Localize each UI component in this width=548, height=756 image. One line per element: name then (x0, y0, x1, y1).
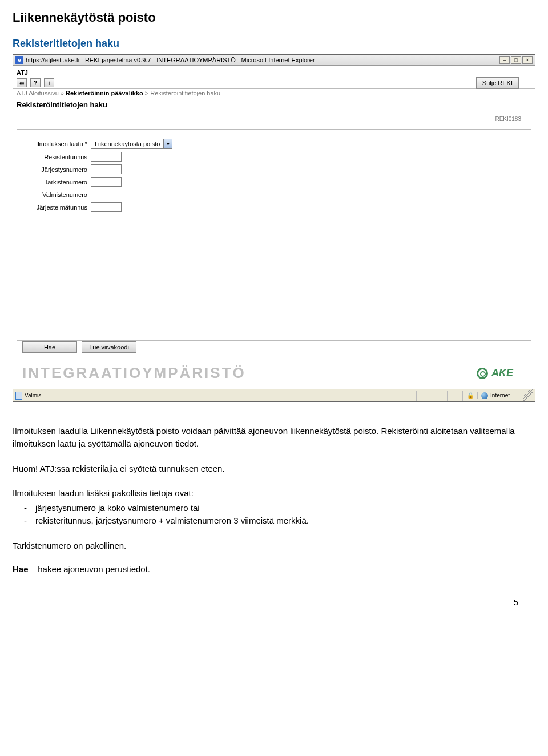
page-code: REKI0183 (495, 116, 521, 122)
ake-logo: AKE (477, 367, 513, 379)
ie-title-text: https://atjtesti.ake.fi - REKI-järjestel… (26, 57, 315, 63)
doc-list-intro: Ilmoituksen laadun lisäksi pakollisia ti… (13, 487, 535, 500)
window-minimize-button[interactable]: – (499, 56, 510, 64)
ilmoituksen-laatu-value: Liikennekäytöstä poisto (91, 140, 163, 147)
ie-title-bar: e https://atjtesti.ake.fi - REKI-järjest… (13, 55, 535, 66)
jarjestelmatunnus-label: Järjestelmätunnus (20, 204, 87, 211)
doc-heading-2: Rekisteritietojen haku (13, 38, 535, 50)
breadcrumb-2[interactable]: Rekisteröinnin päävalikko (66, 90, 143, 96)
chevron-down-icon: ▼ (163, 139, 172, 148)
status-left: Valmis (15, 392, 41, 400)
rekisteritunnus-label: Rekisteritunnus (20, 154, 87, 160)
button-row: Hae Lue viivakoodi (17, 340, 531, 357)
page-number: 5 (514, 597, 518, 607)
breadcrumb-3: Rekisteröintitietojen haku (150, 90, 220, 96)
close-reki-button[interactable]: Sulje REKI (476, 77, 519, 89)
rekisteritunnus-input[interactable] (91, 152, 122, 162)
document-icon (15, 392, 22, 400)
doc-para-huom: Huom! ATJ:ssa rekisterilajia ei syötetä … (13, 463, 535, 475)
jarjestelmatunnus-input[interactable] (91, 202, 122, 212)
tarkistenumero-label: Tarkistenumero (20, 179, 87, 186)
breadcrumb: ATJ Aloitussivu » Rekisteröinnin päävali… (13, 89, 535, 98)
doc-para-1: Ilmoituksen laadulla Liikennekäytöstä po… (13, 425, 535, 450)
globe-icon (481, 392, 488, 399)
app-topbar: ATJ ⇐ ? i Sulje REKI (13, 66, 535, 89)
doc-heading-1: Liikennekäytöstä poisto (13, 10, 535, 25)
info-icon[interactable]: i (44, 78, 54, 87)
status-text: Valmis (25, 392, 41, 399)
doc-para-tarkiste: Tarkistenumero on pakollinen. (13, 540, 535, 552)
watermark-text: INTEGRAATIOYMPÄRISTÖ (22, 364, 246, 382)
ie-favicon: e (15, 56, 23, 64)
security-zone: Internet (477, 392, 523, 399)
jarjestysnumero-input[interactable] (91, 164, 122, 174)
atj-label: ATJ (17, 69, 28, 76)
breadcrumb-1[interactable]: ATJ Aloitussivu (17, 90, 59, 96)
tarkistenumero-input[interactable] (91, 177, 122, 187)
watermark-row: INTEGRAATIOYMPÄRISTÖ AKE (17, 357, 531, 385)
jarjestysnumero-label: Järjestysnumero (20, 166, 87, 173)
page-body: REKI0183 Ilmoituksen laatu * Liikennekäy… (13, 109, 535, 389)
page-title: Rekisteröintitietojen haku (13, 98, 535, 109)
status-cells: 🔒 (416, 391, 477, 401)
valmistenumero-row: Valmistenumero (20, 190, 528, 199)
doc-para-hae: Hae – hakee ajoneuvon perustiedot. (13, 564, 535, 574)
valmistenumero-input[interactable] (91, 190, 182, 199)
doc-list: järjestysnumero ja koko valmistenumero t… (13, 502, 535, 527)
lock-icon: 🔒 (462, 391, 477, 401)
list-item: rekisteritunnus, järjestysnumero + valmi… (35, 514, 535, 527)
rekisteritunnus-row: Rekisteritunnus (20, 152, 528, 162)
page-code-row: REKI0183 (17, 109, 531, 130)
ake-logo-icon (477, 368, 488, 379)
ilmoituksen-laatu-row: Ilmoituksen laatu * Liikennekäytöstä poi… (20, 139, 528, 149)
back-icon[interactable]: ⇐ (17, 78, 27, 87)
app: ATJ ⇐ ? i Sulje REKI ATJ Aloitussivu » R… (13, 66, 535, 389)
help-icon[interactable]: ? (30, 78, 41, 87)
lue-viivakoodi-button[interactable]: Lue viivakoodi (82, 341, 136, 353)
hae-bold: Hae (13, 564, 29, 574)
list-item: järjestysnumero ja koko valmistenumero t… (35, 502, 535, 514)
ake-logo-text: AKE (491, 367, 513, 379)
tarkistenumero-row: Tarkistenumero (20, 177, 528, 187)
resize-grip-icon (523, 389, 533, 401)
status-cell (432, 391, 446, 401)
hae-button[interactable]: Hae (22, 341, 77, 353)
ilmoituksen-laatu-label: Ilmoituksen laatu * (20, 140, 87, 147)
ilmoituksen-laatu-select[interactable]: Liikennekäytöstä poisto ▼ (91, 139, 172, 149)
hae-rest: – hakee ajoneuvon perustiedot. (29, 564, 151, 574)
toolbar-icons: ⇐ ? i (17, 78, 54, 89)
status-cell (416, 391, 431, 401)
screenshot-frame: e https://atjtesti.ake.fi - REKI-järjest… (13, 54, 535, 402)
window-controls: – □ × (499, 56, 533, 64)
status-cell (447, 391, 462, 401)
valmistenumero-label: Valmistenumero (20, 191, 87, 198)
window-close-button[interactable]: × (522, 56, 533, 64)
zone-text: Internet (490, 392, 510, 399)
page-footer: 5 (13, 586, 535, 615)
jarjestysnumero-row: Järjestysnumero (20, 164, 528, 174)
jarjestelmatunnus-row: Järjestelmätunnus (20, 202, 528, 212)
ie-status-bar: Valmis 🔒 Internet (13, 389, 535, 401)
form-zone: Ilmoituksen laatu * Liikennekäytöstä poi… (17, 130, 531, 340)
window-maximize-button[interactable]: □ (511, 56, 521, 64)
